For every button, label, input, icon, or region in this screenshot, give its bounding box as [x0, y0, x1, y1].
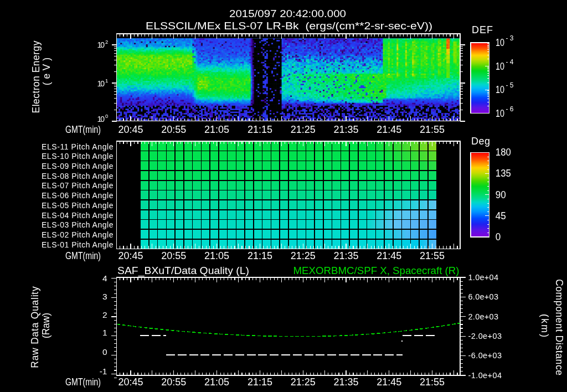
- svg-text:45: 45: [496, 210, 506, 221]
- svg-text:-5: -5: [506, 81, 514, 89]
- svg-text:ELS-04 Pitch Angle: ELS-04 Pitch Angle: [42, 211, 114, 220]
- svg-text:Component Distance: Component Distance: [554, 279, 565, 375]
- svg-text:10: 10: [97, 115, 105, 123]
- svg-text:21:15: 21:15: [248, 124, 272, 135]
- svg-text:GMT(min): GMT(min): [65, 124, 101, 135]
- svg-text:-3: -3: [506, 34, 514, 42]
- svg-text:-6.0e+03: -6.0e+03: [468, 351, 502, 360]
- svg-text:21:05: 21:05: [204, 250, 229, 261]
- svg-text:Deg: Deg: [471, 136, 491, 147]
- svg-text:21:45: 21:45: [377, 250, 401, 261]
- svg-text:21:55: 21:55: [420, 376, 445, 388]
- svg-text:ELS-06 Pitch Angle: ELS-06 Pitch Angle: [42, 191, 114, 200]
- svg-text:1.0e+04: 1.0e+04: [468, 273, 499, 282]
- svg-text:ELS-09 Pitch Angle: ELS-09 Pitch Angle: [42, 162, 114, 171]
- svg-text:21:35: 21:35: [333, 250, 358, 261]
- svg-text:(Raw): (Raw): [40, 313, 51, 338]
- svg-text:90: 90: [496, 189, 506, 200]
- svg-text:ELS-11 Pitch Angle: ELS-11 Pitch Angle: [42, 142, 114, 151]
- svg-text:ELS-08 Pitch Angle: ELS-08 Pitch Angle: [42, 172, 114, 180]
- svg-text:2: 2: [102, 310, 107, 319]
- svg-text:10: 10: [496, 61, 504, 72]
- svg-text:20:55: 20:55: [161, 376, 186, 388]
- svg-text:3: 3: [102, 292, 107, 301]
- svg-text:-6: -6: [506, 105, 514, 113]
- svg-text:(eV): (eV): [41, 58, 52, 85]
- svg-text:-4: -4: [506, 58, 514, 66]
- svg-text:0: 0: [105, 113, 108, 119]
- svg-text:180: 180: [496, 147, 511, 158]
- svg-text:2: 2: [105, 39, 108, 45]
- svg-text:SAF_BXuT/Data Quality (L): SAF_BXuT/Data Quality (L): [117, 265, 249, 277]
- svg-text:21:15: 21:15: [248, 376, 272, 388]
- svg-text:21:45: 21:45: [377, 124, 401, 135]
- svg-text:1: 1: [102, 328, 107, 337]
- svg-text:10: 10: [496, 84, 504, 95]
- svg-text:ELSSCIL/MEx ELS-07 LR-Bk (erg: ELSSCIL/MEx ELS-07 LR-Bk (ergs/(cm**2-sr…: [146, 20, 432, 32]
- svg-text:21:35: 21:35: [333, 376, 358, 388]
- svg-text:4: 4: [102, 274, 107, 283]
- svg-text:0: 0: [102, 347, 107, 357]
- svg-text:-1: -1: [100, 367, 107, 376]
- svg-text:GMT(min): GMT(min): [65, 376, 101, 388]
- svg-text:20:45: 20:45: [118, 376, 143, 388]
- svg-text:0: 0: [496, 231, 501, 243]
- svg-text:ELS-10 Pitch Angle: ELS-10 Pitch Angle: [42, 152, 114, 161]
- svg-text:20:45: 20:45: [118, 124, 143, 135]
- svg-text:2.0e+03: 2.0e+03: [468, 312, 499, 321]
- svg-text:21:55: 21:55: [420, 250, 445, 261]
- svg-text:10: 10: [496, 108, 504, 119]
- svg-text:20:55: 20:55: [161, 250, 186, 261]
- svg-text:21:15: 21:15: [248, 250, 272, 261]
- svg-text:21:45: 21:45: [377, 376, 401, 388]
- svg-text:10: 10: [97, 40, 105, 49]
- svg-text:21:25: 21:25: [291, 250, 316, 261]
- svg-text:21:05: 21:05: [204, 376, 229, 388]
- svg-text:21:05: 21:05: [204, 124, 229, 135]
- svg-text:20:45: 20:45: [118, 250, 143, 261]
- svg-text:Raw Data Quality: Raw Data Quality: [29, 286, 40, 368]
- svg-text:1: 1: [105, 78, 108, 84]
- svg-text:GMT(min): GMT(min): [65, 250, 101, 261]
- svg-text:21:35: 21:35: [333, 124, 358, 135]
- svg-text:Electron Energy: Electron Energy: [30, 40, 42, 113]
- svg-text:20:55: 20:55: [161, 124, 186, 135]
- svg-text:21:55: 21:55: [420, 124, 445, 135]
- svg-text:-1.0e+04: -1.0e+04: [468, 371, 502, 380]
- svg-text:ELS-05 Pitch Angle: ELS-05 Pitch Angle: [42, 201, 114, 210]
- svg-text:10: 10: [496, 37, 504, 48]
- svg-text:DEF: DEF: [472, 24, 493, 35]
- svg-text:ELS-02 Pitch Angle: ELS-02 Pitch Angle: [42, 230, 114, 239]
- svg-text:MEXORBMC/SPF X, Spacecraft (R): MEXORBMC/SPF X, Spacecraft (R): [293, 265, 460, 276]
- svg-text:135: 135: [496, 168, 511, 179]
- svg-text:ELS-07 Pitch Angle: ELS-07 Pitch Angle: [42, 181, 114, 190]
- svg-text:6.0e+03: 6.0e+03: [468, 292, 499, 301]
- svg-text:ELS-01 Pitch Angle: ELS-01 Pitch Angle: [42, 240, 114, 249]
- svg-text:-2.0e+03: -2.0e+03: [468, 332, 502, 341]
- svg-text:ELS-03 Pitch Angle: ELS-03 Pitch Angle: [42, 220, 114, 229]
- svg-text:21:25: 21:25: [291, 376, 316, 388]
- svg-text:10: 10: [97, 79, 105, 88]
- svg-text:(km): (km): [539, 314, 550, 337]
- svg-text:2015/097 20:42:00.000: 2015/097 20:42:00.000: [229, 8, 346, 19]
- svg-text:21:25: 21:25: [291, 124, 316, 135]
